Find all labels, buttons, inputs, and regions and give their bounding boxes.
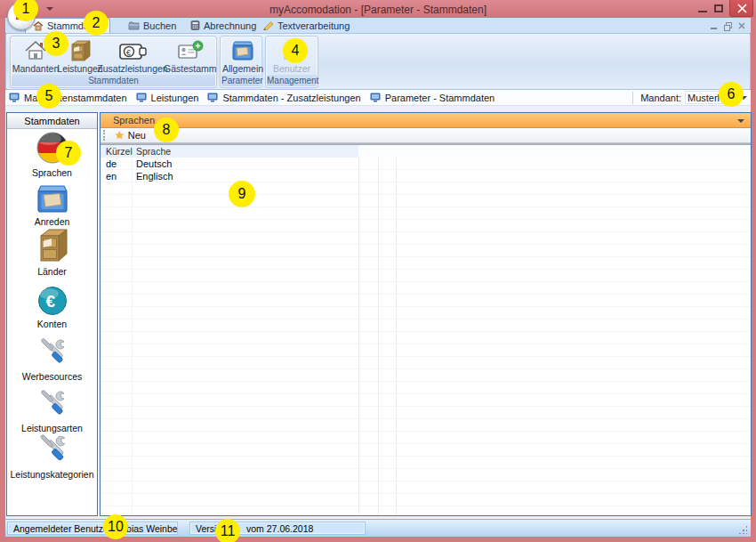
minimize-icon [698,11,707,12]
mdi-restore-icon[interactable] [724,22,731,29]
sidebar-item-label: Leistungskategorien [11,469,94,480]
doctab-label: Stammdaten - Zusatzleistungen [222,93,360,103]
window-icon [136,93,147,102]
button-label: Leistungen [57,63,102,74]
tools-icon [36,336,68,368]
euro-icon: € [37,286,68,316]
window-title: myAccomodation - [Parameter - Stammdaten… [0,4,756,16]
sidebar-item-label: Sprachen [32,167,72,178]
quick-access-dropdown-icon[interactable] [46,7,53,11]
svg-text:€: € [126,47,131,56]
panel-dropdown-icon[interactable] [737,119,744,123]
doctab-leistungen[interactable]: Leistungen [136,93,199,103]
callout-11: 11 [215,519,240,542]
sidebar-item-label: Werbesources [22,371,83,382]
sidebar-item-sprachen[interactable]: Sprachen [7,131,97,178]
allgemein-button[interactable]: Allgemein [222,37,263,77]
callout-8: 8 [154,117,179,142]
table-row[interactable]: en Englisch [101,170,751,182]
document-tab-row: Mandantenstammdaten Leistungen Stammdate… [5,90,751,106]
callout-4: 4 [283,38,308,63]
sidebar-item-werbesources[interactable]: Werbesources [7,335,97,382]
sidebar-header: Stammdaten [7,113,97,129]
maximize-button[interactable] [714,3,724,13]
star-icon [115,130,125,141]
main-panel: Sprachen Neu Kürzel Sprache de Deutsch [100,112,752,516]
cabinet-icon [68,40,92,62]
ribbon-group-parameter: Allgemein Parameter [220,36,262,88]
minimize-button[interactable] [698,3,707,13]
languages-table: Kürzel Sprache de Deutsch en Englisch [101,145,751,515]
callout-2: 2 [84,11,109,36]
close-icon [737,4,747,13]
calculator-icon [190,20,200,30]
toolbar-grip[interactable] [103,130,106,141]
callout-10: 10 [103,514,128,539]
panel-header[interactable]: Sprachen [101,113,751,128]
cell-sprache: Englisch [136,170,173,182]
ribbon-tabstrip: Stammdaten Buchen Abrechnung Textverarbe… [5,18,751,33]
tab-abrechnung[interactable]: Abrechnung [183,18,263,33]
mdi-window-controls [711,22,745,29]
mdi-minimize-icon[interactable] [711,28,717,29]
sidebar-item-konten[interactable]: € Konten [7,282,97,329]
zusatzleistungen-button[interactable]: € Zusatzleistungen [101,37,164,77]
button-label: Allgemein [222,63,263,74]
sidebar-item-laender[interactable]: Länder [7,230,97,277]
column-header-kuerzel[interactable]: Kürzel [106,145,133,158]
close-button[interactable] [729,0,753,17]
tab-textverarbeitung[interactable]: Textverarbeitung [255,18,357,33]
doctab-mandantenstammdaten[interactable]: Mandantenstammdaten [9,93,127,103]
callout-9: 9 [229,181,255,207]
new-button[interactable]: Neu [109,129,151,142]
ribbon: Mandanten Leistungen € Zusatzleistungen … [5,33,751,90]
column-divider [358,145,359,515]
pencil-icon [262,20,274,30]
callout-5: 5 [36,84,61,109]
sidebar-item-anreden[interactable]: Anreden [7,180,97,227]
group-label: Parameter [221,75,261,86]
table-header[interactable]: Kürzel Sprache [101,145,751,158]
mdi-close-icon[interactable] [738,22,745,29]
tab-label: Abrechnung [204,20,256,31]
new-button-label: Neu [128,130,146,141]
logged-in-user: Angemeldeter Benutzer: Tobias Weinberger [7,522,178,535]
app-window: myAccomodation - [Parameter - Stammdaten… [0,0,756,542]
svg-text:€: € [45,292,55,311]
sidebar: Stammdaten Sprachen Anreden Länder € Kon… [6,112,98,516]
tab-buchen[interactable]: Buchen [121,18,183,33]
divider [632,92,633,104]
column-divider [132,145,133,515]
sidebar-item-leistungskategorien[interactable]: Leistungskategorien [7,433,97,480]
doctab-label: Leistungen [151,93,199,103]
gaestestamm-button[interactable]: Gästestamm [164,37,217,77]
window-icon [9,93,20,102]
table-row[interactable]: de Deutsch [101,158,751,170]
doctab-parameter-stammdaten[interactable]: Parameter - Stammdaten [370,93,495,103]
button-label: Benutzer [273,63,310,74]
cell-sprache: Deutsch [136,158,172,170]
callout-7: 7 [56,141,81,166]
maximize-icon [714,4,723,12]
version-date: vom 27.06.2018 [246,523,313,534]
sidebar-item-label: Konten [37,319,67,329]
sidebar-item-label: Länder [37,266,67,277]
resize-grip-icon[interactable] [738,525,747,534]
button-label: Zusatzleistungen [97,63,167,74]
sidebar-item-label: Anreden [35,216,70,227]
title-bar: myAccomodation - [Parameter - Stammdaten… [0,0,756,18]
button-label: Gästestamm [164,63,217,74]
callout-3: 3 [44,31,68,56]
toolbar: Neu [101,128,751,142]
wood-cabinet-icon [35,228,70,263]
guest-add-icon [177,40,204,61]
column-header-sprache[interactable]: Sprache [136,145,171,158]
doctab-stammdaten-zusatzleistungen[interactable]: Stammdaten - Zusatzleistungen [207,93,360,103]
column-divider [378,145,379,515]
sidebar-item-leistungsarten[interactable]: Leistungsarten [7,386,97,433]
button-label: Mandanten [12,63,60,74]
house-icon [33,21,44,31]
blue-box-icon [36,183,69,214]
window-icon [370,93,381,102]
panel-title: Sprachen [113,115,155,125]
